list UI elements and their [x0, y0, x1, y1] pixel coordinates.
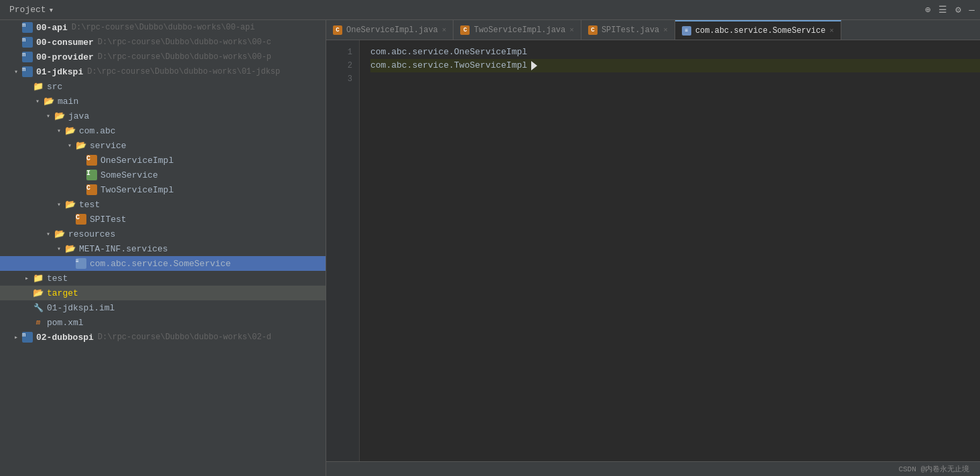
tab-close-button[interactable]: × — [829, 27, 834, 35]
sidebar-item-path: D:\rpc-course\Dubbo\dubbo-works\00-api — [72, 23, 255, 32]
line-number: 1 — [326, 46, 359, 59]
iml-icon: 🔧 — [33, 303, 44, 313]
line-number: 2 — [326, 59, 359, 72]
line-numbers: 1 2 3 — [326, 40, 360, 461]
sidebar-item-resources[interactable]: 📂 resources — [0, 227, 326, 241]
editor-area: C OneServiceImpl.java × C TwoServiceImpl… — [326, 20, 980, 476]
sidebar-item-label: 00-provider — [36, 52, 94, 62]
sync-icon[interactable]: ⊕ — [925, 4, 930, 15]
sidebar-item-01-jdkspi[interactable]: m 01-jdkspi D:\rpc-course\Dubbo\dubbo-wo… — [0, 64, 326, 79]
sidebar-item-com-abc[interactable]: 📂 com.abc — [0, 123, 326, 138]
sidebar-item-target[interactable]: 📂 target — [0, 286, 326, 300]
sidebar-item-label: com.abc.service.SomeService — [90, 259, 231, 269]
module-icon: m — [22, 52, 33, 62]
sidebar-item-main[interactable]: 📂 main — [0, 94, 326, 109]
project-dropdown[interactable]: Project ▾ — [5, 3, 58, 17]
folder-open-icon: 📂 — [64, 198, 76, 211]
sidebar-item-00-api[interactable]: m 00-api D:\rpc-course\Dubbo\dubbo-works… — [0, 20, 326, 35]
sidebar-item-someservice[interactable]: I SomeService — [0, 168, 326, 182]
sidebar-item-label: 01-jdkspi — [36, 67, 83, 77]
tab-close-button[interactable]: × — [663, 26, 668, 34]
tab-label: OneServiceImpl.java — [346, 25, 438, 35]
sidebar-item-spitest[interactable]: C SPITest — [0, 212, 326, 227]
sidebar-item-test-src[interactable]: 📂 test — [0, 197, 326, 212]
top-bar-icons: ⊕ ☰ ⚙ — — [925, 4, 975, 15]
sidebar-item-path: D:\rpc-course\Dubbo\dubbo-works\02-d — [98, 333, 271, 342]
sidebar-item-02-dubbospi[interactable]: m 02-dubbospi D:\rpc-course\Dubbo\dubbo-… — [0, 330, 326, 345]
tab-class-icon: C — [460, 25, 470, 35]
project-label: Project — [9, 5, 46, 15]
sidebar-item-label: java — [68, 111, 89, 121]
tab-file-icon: ≡ — [682, 26, 691, 36]
class-icon: C — [76, 214, 86, 225]
sidebar-item-path: D:\rpc-course\Dubbo\dubbo-works\00-c — [98, 38, 271, 47]
sidebar-item-label: 01-jdkspi.iml — [47, 303, 115, 313]
tab-class-icon: C — [333, 25, 342, 35]
folder-open-icon: 📂 — [75, 139, 87, 152]
expand-arrow — [43, 112, 54, 120]
sidebar-item-someservice-file[interactable]: ≡ com.abc.service.SomeService — [0, 256, 326, 271]
class-icon: C — [86, 155, 97, 166]
expand-arrow — [54, 200, 64, 209]
tab-class-icon: C — [588, 25, 598, 35]
sidebar-item-oneserviceimpl[interactable]: C OneServiceImpl — [0, 153, 326, 168]
sidebar-item-label: test — [47, 274, 68, 284]
file-icon: ≡ — [76, 258, 86, 269]
module-icon: m — [22, 66, 33, 77]
folder-icon: 📁 — [32, 80, 44, 93]
tab-label: SPITest.java — [602, 25, 659, 35]
folder-open-icon: 📂 — [64, 243, 76, 255]
status-bar: CSDN @内卷永无止境 — [326, 461, 980, 476]
sidebar-item-label: 00-consumer — [36, 38, 94, 48]
dropdown-arrow: ▾ — [49, 5, 54, 15]
expand-arrow — [21, 274, 32, 282]
folder-open-icon: 📂 — [43, 95, 55, 107]
expand-arrow — [32, 97, 43, 105]
sidebar-item-00-provider[interactable]: m 00-provider D:\rpc-course\Dubbo\dubbo-… — [0, 50, 326, 64]
top-bar: Project ▾ ⊕ ☰ ⚙ — — [0, 0, 980, 20]
folder-open-icon: 📂 — [54, 110, 66, 122]
sidebar-item-twoserviceimpl[interactable]: C TwoServiceImpl — [0, 182, 326, 197]
gear-icon[interactable]: ⚙ — [955, 4, 961, 15]
sidebar-item-00-consumer[interactable]: m 00-consumer D:\rpc-course\Dubbo\dubbo-… — [0, 35, 326, 50]
class-icon: C — [86, 184, 97, 195]
expand-arrow — [43, 230, 54, 238]
sidebar-item-test-folder[interactable]: 📁 test — [0, 271, 326, 286]
sidebar-item-metainf-services[interactable]: 📂 META-INF.services — [0, 241, 326, 256]
editor-lines[interactable]: com.abc.service.OneServiceImpl com.abc.s… — [360, 40, 980, 461]
sidebar-item-label: TwoServiceImpl — [100, 185, 173, 195]
sidebar-item-label: target — [47, 288, 78, 298]
tab-spitest[interactable]: C SPITest.java × — [581, 20, 675, 40]
sidebar-item-label: 02-dubbospi — [36, 333, 94, 343]
sidebar-item-pomxml[interactable]: m pom.xml — [0, 315, 326, 330]
tab-label: TwoServiceImpl.java — [474, 25, 565, 35]
tab-someservice-file[interactable]: ≡ com.abc.service.SomeService × — [675, 20, 841, 40]
sidebar-item-path: D:\rpc-course\Dubbo\dubbo-works\00-p — [98, 52, 271, 62]
watermark-text: CSDN @内卷永无止境 — [898, 464, 969, 474]
tab-close-button[interactable]: × — [442, 26, 447, 34]
code-line-2: com.abc.service.TwoServiceImpl — [370, 59, 980, 72]
sidebar-item-java[interactable]: 📂 java — [0, 109, 326, 123]
sidebar-item-label: 00-api — [36, 23, 68, 33]
tab-twoserviceimpl[interactable]: C TwoServiceImpl.java × — [453, 20, 581, 40]
minimize-icon[interactable]: — — [969, 5, 975, 15]
expand-arrow — [64, 141, 75, 150]
module-icon: m — [22, 22, 33, 33]
folder-open-icon: 📂 — [54, 228, 66, 240]
layout-icon[interactable]: ☰ — [938, 4, 947, 15]
sidebar-item-src[interactable]: 📁 src — [0, 79, 326, 94]
tab-close-button[interactable]: × — [569, 26, 574, 34]
sidebar-item-label: SPITest — [90, 215, 127, 225]
sidebar-item-service[interactable]: 📂 service — [0, 138, 326, 153]
sidebar-item-label: com.abc — [79, 126, 116, 136]
editor-content: 1 2 3 com.abc.service.OneServiceImpl com… — [326, 40, 980, 461]
tab-oneserviceimpl[interactable]: C OneServiceImpl.java × — [326, 20, 453, 40]
tab-label: com.abc.service.SomeService — [695, 26, 825, 36]
interface-icon: I — [86, 170, 97, 180]
code-line-3 — [370, 72, 980, 86]
folder-open-icon: 📂 — [64, 125, 76, 137]
sidebar-item-iml[interactable]: 🔧 01-jdkspi.iml — [0, 300, 326, 315]
sidebar-item-label: OneServiceImpl — [100, 156, 173, 166]
sidebar-item-label: main — [58, 97, 78, 107]
expand-arrow — [11, 333, 21, 341]
